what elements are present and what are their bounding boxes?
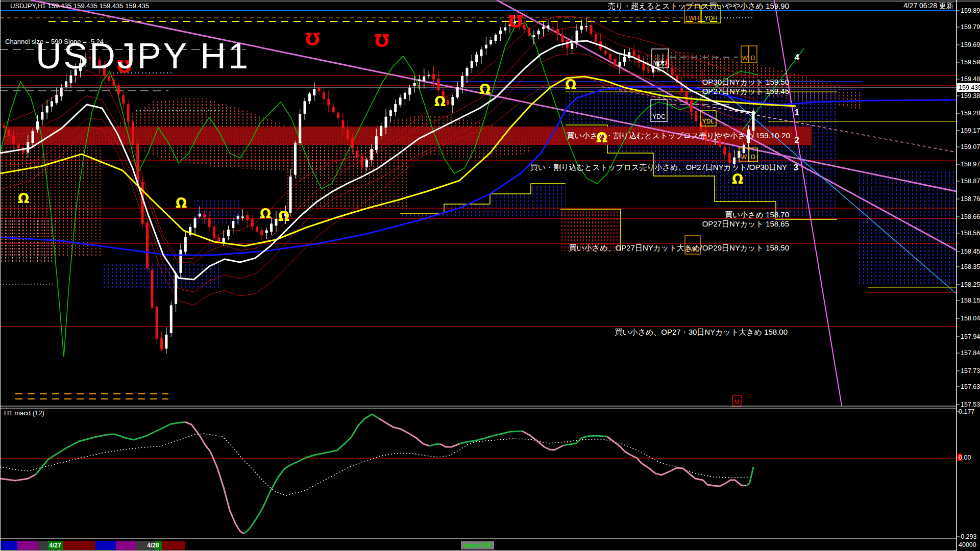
macd-toggle-badge[interactable]: macd ON: [461, 541, 494, 549]
macd-line-up: [36, 422, 185, 474]
macd-line-up: [429, 444, 440, 446]
price-axis-label: 159.895: [961, 7, 980, 14]
ichimoku-cloud: [400, 184, 566, 219]
macd-line-up: [459, 431, 522, 444]
current-price-label: 159.435: [959, 84, 980, 91]
price-axis-label: 158.045: [961, 315, 980, 322]
sell-signal-icon: Ω: [305, 29, 320, 49]
macd-line-down: [440, 444, 459, 447]
price-axis-label: 159.795: [961, 23, 980, 31]
top-resistance-note: 売り・超えるとストップロス買いやや小さめ 159.90: [608, 2, 789, 11]
timeline-segment[interactable]: [95, 541, 116, 550]
price-axis-label: 158.660: [961, 213, 980, 220]
ichimoku-cloud: [286, 145, 408, 209]
price-axis-label: 158.250: [961, 281, 980, 288]
level-box-label: W: [742, 55, 748, 62]
buy-signal-icon: Ω: [565, 77, 576, 92]
note-annotation: 買い小さめ 158.70: [725, 210, 789, 219]
timeline-segment[interactable]: [162, 541, 185, 550]
price-axis-label: 159.385: [961, 92, 980, 99]
buy-signal-icon: Ω: [260, 206, 271, 221]
ichimoku-cloud: [102, 263, 219, 289]
level-box-label: LWH: [686, 15, 699, 22]
price-axis-label: 159.485: [961, 76, 980, 83]
price-axis-label: 157.530: [961, 401, 980, 408]
symbol-watermark: USDJPY H1: [36, 36, 250, 77]
price-axis-label: 158.765: [961, 195, 980, 203]
timeline-segment[interactable]: [185, 541, 947, 550]
sell-signal-icon: Ω: [508, 11, 523, 31]
timeline-segment[interactable]: [63, 541, 95, 550]
level-box-label: M: [734, 398, 740, 406]
level-box-label: YDL: [702, 118, 715, 125]
price-axis-label: 158.560: [961, 230, 980, 237]
level-box-label: D: [751, 154, 755, 161]
timeline-segment[interactable]: [38, 541, 48, 550]
macd-axis-label: 0.00: [959, 454, 971, 461]
note-annotation: OP27日NYカット 158.65: [702, 219, 789, 228]
macd-axis-label: 0.177: [959, 408, 974, 415]
wave-number: 4: [795, 53, 800, 62]
buy-signal-icon: Ω: [18, 191, 29, 206]
note-annotation: 買い・割り込むとストップロス売り小さめ、OP27日NYカット/OP30日NY: [530, 163, 787, 171]
buy-signal-icon: Ω: [479, 82, 491, 97]
buy-signal-icon: Ω: [732, 171, 743, 187]
level-box-label: YDH: [704, 15, 717, 22]
macd-line-up: [564, 436, 607, 445]
macd-line-down: [0, 474, 36, 481]
price-axis-label: 159.075: [961, 143, 980, 151]
price-axis-label: 158.455: [961, 248, 980, 255]
macd-axis-label: -0.293: [959, 533, 976, 540]
sell-signal-icon: Ω: [375, 30, 389, 51]
level-box-label: YDO: [653, 60, 667, 67]
macd-signal-line: [0, 434, 750, 495]
price-axis-label: 157.735: [961, 367, 980, 374]
level-box-label: W: [741, 154, 747, 161]
price-axis-label: 159.690: [961, 41, 980, 48]
chart-title-overlay: USDJPY,H1 159.435 159.435 159.435 159.43…: [10, 2, 149, 10]
timeline-segment[interactable]: [116, 541, 136, 550]
wave-number: 2: [795, 135, 799, 145]
price-axis-label: 159.175: [961, 127, 980, 134]
macd-indicator-label: H1 macd (12): [4, 409, 44, 417]
price-axis-label: 158.150: [961, 297, 980, 304]
buy-signal-icon: Ω: [434, 94, 446, 109]
level-box-label: YDC: [652, 113, 666, 120]
price-axis-label: 158.870: [961, 178, 980, 185]
mt4-chart-window: ΩΩΩΩΩΩΩΩΩΩΩΩΩLWHYDHYDOWDYDCYDLWDLWLMOP30…: [0, 0, 980, 551]
note-annotation: 買い小さめ、OP27・30日NYカット大きめ 158.00: [615, 328, 788, 336]
macd-line-up: [746, 467, 753, 486]
wave-number: 3: [794, 163, 798, 172]
price-axis-label: 157.635: [961, 383, 980, 390]
timeline-date-label: 4/27: [49, 542, 61, 549]
note-annotation: OP30日NYカット 159.50: [702, 78, 789, 86]
price-axis-label: 159.280: [961, 110, 980, 117]
macd-line-down: [607, 437, 746, 486]
buy-signal-icon: Ω: [176, 195, 187, 211]
macd-line-down: [522, 431, 564, 450]
timeline-segment[interactable]: [17, 541, 38, 550]
wave-number: 1: [795, 108, 799, 117]
timeline-segment[interactable]: [1, 541, 17, 550]
volume-axis-label: 40000: [959, 541, 976, 548]
note-annotation: 買い小さめ・割り込むとストップロス売りやや小さめ 159.10-20: [567, 131, 790, 140]
chart-canvas[interactable]: ΩΩΩΩΩΩΩΩΩΩΩΩΩLWHYDHYDOWDYDCYDLWDLWLMOP30…: [0, 0, 980, 551]
note-annotation: OP27日NYカット 159.45: [702, 87, 789, 95]
price-axis-label: 158.355: [961, 263, 980, 270]
note-annotation: 買い小さめ、OP27日NYカット大きめ/OP29日NYカット 158.50: [569, 243, 789, 252]
macd-line-up: [244, 414, 379, 534]
price-axis-label: 158.970: [961, 161, 980, 168]
price-axis-label: 157.840: [961, 349, 980, 357]
timeline-date-label: 4/28: [147, 542, 159, 549]
macd-line-down: [379, 418, 429, 446]
macd-line-down: [185, 422, 244, 534]
price-axis-label: 159.590: [961, 59, 980, 66]
buy-signal-icon: Ω: [278, 209, 289, 224]
level-box-label: D: [751, 55, 755, 62]
price-axis-label: 157.940: [961, 333, 980, 340]
update-timestamp: 4/27 06:28 更新: [903, 2, 953, 11]
